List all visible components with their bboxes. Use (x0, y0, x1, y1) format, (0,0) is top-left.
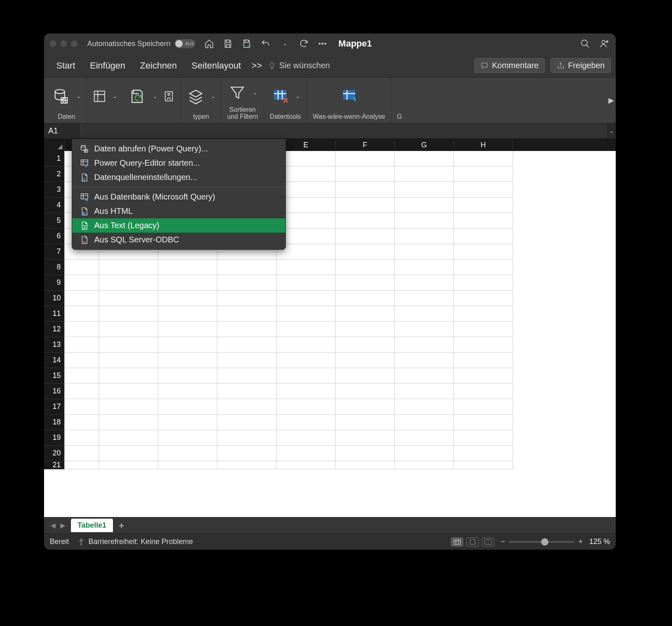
cell[interactable] (336, 198, 395, 213)
name-box[interactable]: A1 (44, 123, 81, 138)
chevron-down-icon[interactable]: ⌄ (296, 93, 300, 99)
cell[interactable] (99, 322, 158, 337)
row-header[interactable]: 13 (44, 337, 64, 353)
tell-me[interactable]: Sie wünschen (268, 61, 330, 70)
cell[interactable] (217, 322, 276, 337)
cell[interactable] (217, 415, 276, 430)
cell[interactable] (395, 260, 454, 275)
data-types-icon[interactable] (187, 87, 205, 105)
cell[interactable] (158, 322, 217, 337)
row-header[interactable]: 18 (44, 415, 64, 430)
cell[interactable] (64, 446, 99, 461)
cell[interactable] (158, 275, 217, 291)
cell[interactable] (336, 399, 395, 415)
cell[interactable] (336, 461, 395, 469)
save-as-icon[interactable] (241, 38, 252, 49)
cell[interactable] (336, 306, 395, 322)
cell[interactable] (395, 213, 454, 229)
cell[interactable] (395, 415, 454, 430)
row-header[interactable]: 3 (44, 182, 64, 198)
row-header[interactable]: 20 (44, 446, 64, 461)
account-icon[interactable] (599, 38, 610, 49)
zoom-out[interactable]: − (501, 537, 505, 546)
queries-icon[interactable] (93, 89, 106, 103)
cell[interactable] (217, 430, 276, 446)
cell[interactable] (276, 368, 336, 384)
cell[interactable] (217, 306, 276, 322)
row-header[interactable]: 10 (44, 291, 64, 306)
cell[interactable] (99, 306, 158, 322)
cell[interactable] (336, 244, 395, 260)
cell[interactable] (217, 461, 276, 469)
maximize-window-button[interactable] (71, 40, 77, 47)
cell[interactable] (395, 353, 454, 368)
cell[interactable] (158, 337, 217, 353)
refresh-all-icon[interactable] (128, 87, 146, 105)
cell[interactable] (276, 415, 336, 430)
chevron-down-icon[interactable]: ⌄ (77, 93, 81, 99)
accessibility-status[interactable]: Barrierefreiheit: Keine Probleme (77, 537, 193, 546)
cell[interactable] (64, 430, 99, 446)
cell[interactable] (454, 182, 513, 198)
cell[interactable] (454, 446, 513, 461)
select-all-corner[interactable] (44, 139, 64, 151)
cell[interactable] (64, 368, 99, 384)
cell[interactable] (64, 399, 99, 415)
cell[interactable] (336, 213, 395, 229)
cell[interactable] (99, 275, 158, 291)
cell[interactable] (64, 322, 99, 337)
cell[interactable] (336, 446, 395, 461)
sheet-nav-next[interactable]: ▶ (58, 522, 68, 529)
cell[interactable] (454, 229, 513, 244)
cell[interactable] (99, 260, 158, 275)
row-header[interactable]: 8 (44, 260, 64, 275)
comments-button[interactable]: Kommentare (474, 58, 545, 73)
cell[interactable] (158, 306, 217, 322)
cell[interactable] (454, 322, 513, 337)
tab-pagelayout[interactable]: Seitenlayout (184, 54, 248, 77)
cell[interactable] (454, 461, 513, 469)
connections-icon[interactable] (163, 87, 175, 105)
cell[interactable] (454, 291, 513, 306)
cell[interactable] (99, 368, 158, 384)
cell[interactable] (454, 384, 513, 399)
cell[interactable] (276, 260, 336, 275)
cell[interactable] (395, 291, 454, 306)
cell[interactable] (336, 166, 395, 182)
cell[interactable] (395, 461, 454, 469)
zoom-thumb[interactable] (541, 538, 548, 546)
cell[interactable] (217, 353, 276, 368)
cell[interactable] (454, 337, 513, 353)
zoom-in[interactable]: + (578, 537, 583, 546)
cell[interactable] (276, 430, 336, 446)
view-page-break[interactable] (482, 537, 494, 546)
cell[interactable] (99, 446, 158, 461)
tab-start[interactable]: Start (49, 54, 82, 77)
menu-item-pq-editor[interactable]: Power Query-Editor starten... (72, 156, 285, 170)
cell[interactable] (217, 337, 276, 353)
tab-draw[interactable]: Zeichnen (133, 54, 184, 77)
cell[interactable] (217, 399, 276, 415)
tab-insert[interactable]: Einfügen (82, 54, 133, 77)
cell[interactable] (454, 430, 513, 446)
cell[interactable] (276, 306, 336, 322)
chevron-down-icon[interactable]: ⌄ (153, 93, 157, 99)
cell[interactable] (158, 399, 217, 415)
cell[interactable] (395, 430, 454, 446)
menu-item-datasource-settings[interactable]: Datenquelleneinstellungen... (72, 170, 285, 184)
cell[interactable] (336, 291, 395, 306)
cell[interactable] (336, 353, 395, 368)
row-header[interactable]: 5 (44, 213, 64, 229)
row-header[interactable]: 14 (44, 353, 64, 368)
cell[interactable] (395, 229, 454, 244)
cell[interactable] (454, 415, 513, 430)
cell[interactable] (64, 306, 99, 322)
autosave-toggle[interactable]: Automatisches Speichern AUS (87, 39, 195, 48)
cell[interactable] (217, 368, 276, 384)
cell[interactable] (454, 306, 513, 322)
cell[interactable] (276, 384, 336, 399)
minimize-window-button[interactable] (60, 40, 67, 47)
menu-item-power-query[interactable]: Daten abrufen (Power Query)... (72, 142, 285, 156)
cell[interactable] (217, 260, 276, 275)
cell[interactable] (99, 384, 158, 399)
